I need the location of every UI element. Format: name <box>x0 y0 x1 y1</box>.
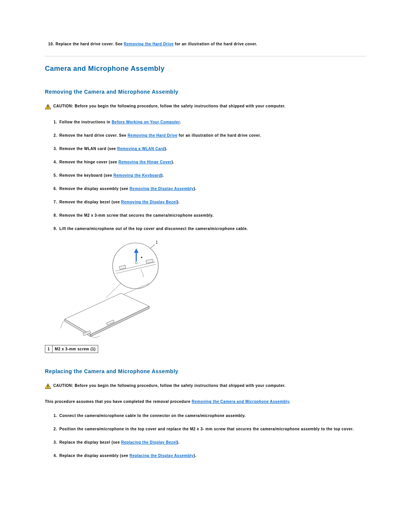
caution-notice: CAUTION: Before you begin the following … <box>45 104 366 109</box>
caution-text: CAUTION: Before you begin the following … <box>53 383 285 388</box>
text-fragment: Remove the WLAN card (see <box>59 147 117 151</box>
caution-notice: CAUTION: Before you begin the following … <box>45 383 366 389</box>
step-number: 3. <box>50 146 59 152</box>
link-before-working[interactable]: Before Working on Your Computer <box>112 120 180 124</box>
step-number: 1. <box>50 119 59 125</box>
list-item: 4. Replace the display assembly (see Rep… <box>50 453 366 459</box>
link-replacing-display-bezel[interactable]: Replacing the Display Bezel <box>121 440 177 444</box>
svg-point-8 <box>135 262 137 264</box>
step-text: Position the camera/microphone in the to… <box>59 426 354 432</box>
text-fragment: ). <box>165 147 167 151</box>
list-item: 2. Remove the hard drive cover. See Remo… <box>50 133 366 138</box>
list-item: 9. Lift the camera/microphone out of the… <box>50 226 366 232</box>
step-text: Remove the hard drive cover. See Removin… <box>59 133 261 138</box>
svg-rect-21 <box>48 387 48 388</box>
link-removing-hinge-cover[interactable]: Removing the Hinge Cover <box>118 160 172 164</box>
text-fragment: ). <box>172 160 174 164</box>
link-removing-display-assembly[interactable]: Removing the Display Assembly <box>129 187 194 191</box>
document-page: 10. Replace the hard drive cover. See Re… <box>0 0 411 532</box>
list-item: 1. Connect the camera/microphone cable t… <box>50 413 366 419</box>
step-text: Remove the WLAN card (see Removing a WLA… <box>59 146 167 152</box>
text-fragment: This procedure assumes that you have com… <box>45 399 192 404</box>
text-fragment: Before you begin the following procedure… <box>73 104 285 108</box>
caution-icon <box>45 104 51 109</box>
step-number: 2. <box>50 426 59 432</box>
svg-rect-2 <box>48 108 48 109</box>
text-fragment: Remove the hard drive cover. See <box>59 133 127 137</box>
legend-index: 1 <box>45 345 53 353</box>
list-item: 5. Remove the keyboard (see Removing the… <box>50 173 366 178</box>
step-text: Follow the instructions in Before Workin… <box>59 119 181 125</box>
step-text: Remove the keyboard (see Removing the Ke… <box>59 173 164 178</box>
link-removing-hard-drive[interactable]: Removing the Hard Drive <box>127 133 177 137</box>
text-fragment: ). <box>194 187 196 191</box>
text-fragment: ). <box>177 440 180 444</box>
caution-label: CAUTION: <box>53 104 73 108</box>
list-item: 3. Remove the WLAN card (see Removing a … <box>50 146 366 152</box>
step-text: Replace the hard drive cover. See Removi… <box>56 42 257 46</box>
svg-rect-1 <box>48 105 48 107</box>
link-removing-display-bezel[interactable]: Removing the Display Bezel <box>121 200 177 204</box>
step-text: Replace the display assembly (see Replac… <box>59 453 196 459</box>
step-number: 6. <box>50 186 59 192</box>
list-item: 1. Follow the instructions in Before Wor… <box>50 119 366 125</box>
preceding-step-list: 10. Replace the hard drive cover. See Re… <box>45 42 366 46</box>
step-text: Lift the camera/microphone out of the to… <box>59 226 248 232</box>
step-number: 4. <box>50 453 59 459</box>
link-removing-hard-drive[interactable]: Removing the Hard Drive <box>124 42 174 46</box>
caution-label: CAUTION: <box>53 383 73 388</box>
link-removing-keyboard[interactable]: Removing the Keyboard <box>113 173 161 177</box>
text-fragment: . <box>180 120 181 124</box>
section-heading: Camera and Microphone Assembly <box>45 65 366 73</box>
step-text: Remove the display assembly (see Removin… <box>59 186 196 192</box>
text-fragment: Follow the instructions in <box>59 120 112 124</box>
list-item: 10. Replace the hard drive cover. See Re… <box>45 42 366 46</box>
text-fragment: for an illustration of the hard drive co… <box>177 133 261 137</box>
step-number: 4. <box>50 159 59 165</box>
list-item: 4. Remove the hinge cover (see Removing … <box>50 159 366 165</box>
figure-legend: 1 M2 x 3-mm screw (1) <box>45 345 98 353</box>
replacing-steps-list: 1. Connect the camera/microphone cable t… <box>50 413 366 459</box>
list-item: 6. Remove the display assembly (see Remo… <box>50 186 366 192</box>
svg-point-11 <box>141 257 142 258</box>
subsection-heading-removing: Removing the Camera and Microphone Assem… <box>45 89 366 95</box>
text-fragment: ). <box>177 200 180 204</box>
illustration: 1 <box>60 239 174 338</box>
text-fragment: Replace the hard drive cover. See <box>56 42 124 46</box>
removing-steps-list: 1. Follow the instructions in Before Wor… <box>50 119 366 232</box>
legend-label: M2 x 3-mm screw (1) <box>53 345 98 353</box>
step-number: 8. <box>50 212 59 218</box>
list-item: 7. Remove the display bezel (see Removin… <box>50 199 366 205</box>
step-text: Remove the M2 x 3-mm screw that secures … <box>59 212 213 218</box>
step-number: 9. <box>50 226 59 232</box>
text-fragment: . <box>289 399 290 404</box>
svg-rect-20 <box>48 385 48 387</box>
intro-paragraph: This procedure assumes that you have com… <box>45 399 366 404</box>
list-item: 2. Position the camera/microphone in the… <box>50 426 366 432</box>
svg-text:1: 1 <box>156 240 158 244</box>
link-replacing-display-assembly[interactable]: Replacing the Display Assembly <box>129 454 194 458</box>
caution-icon <box>45 383 51 389</box>
step-number: 3. <box>50 439 59 445</box>
step-text: Replace the display bezel (see Replacing… <box>59 439 180 445</box>
step-number: 1. <box>50 413 59 419</box>
link-removing-wlan-card[interactable]: Removing a WLAN Card <box>117 147 165 151</box>
subsection-heading-replacing: Replacing the Camera and Microphone Asse… <box>45 368 366 374</box>
text-fragment: ). <box>161 173 164 177</box>
caution-text: CAUTION: Before you begin the following … <box>53 104 285 108</box>
link-removing-camera-assembly[interactable]: Removing the Camera and Microphone Assem… <box>192 399 289 404</box>
step-text: Remove the display bezel (see Removing t… <box>59 199 180 205</box>
text-fragment: for an illustration of the hard drive co… <box>174 42 257 46</box>
text-fragment: Remove the display assembly (see <box>59 187 129 191</box>
table-row: 1 M2 x 3-mm screw (1) <box>45 345 98 353</box>
section-divider <box>45 56 366 56</box>
step-number: 2. <box>50 133 59 138</box>
text-fragment: Remove the display bezel (see <box>59 200 121 204</box>
step-number: 10. <box>45 42 56 46</box>
text-fragment: ). <box>194 454 196 458</box>
text-fragment: Replace the display bezel (see <box>59 440 121 444</box>
text-fragment: Remove the hinge cover (see <box>59 160 118 164</box>
step-text: Remove the hinge cover (see Removing the… <box>59 159 174 165</box>
text-fragment: Remove the keyboard (see <box>59 173 113 177</box>
text-fragment: Replace the display assembly (see <box>59 454 129 458</box>
